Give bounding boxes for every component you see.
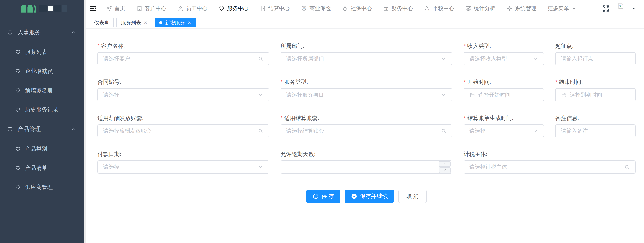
brand-m-icon	[21, 3, 36, 13]
form-field-start-time: *开始时间:选择开始时间	[464, 79, 544, 101]
sidebar-item[interactable]: 企业增减员	[0, 62, 84, 81]
service-type-select[interactable]: 请选择服务项目	[280, 88, 452, 101]
svg-text:¥: ¥	[386, 8, 387, 10]
tab-item[interactable]: 服务列表×	[116, 18, 152, 27]
settlement-account-set-select[interactable]: 请选择结算账套	[280, 124, 452, 137]
nav-item[interactable]: ¥个税中心	[424, 5, 454, 12]
cancel-button[interactable]: 取 消	[398, 190, 426, 203]
chevron-down-icon	[258, 164, 264, 170]
nav-item-label: 统计分析	[474, 5, 495, 12]
form-field-contract-no: 合同编号:请选择	[98, 79, 269, 101]
tab-label: 仪表盘	[94, 19, 109, 26]
stepper-down-button[interactable]	[439, 167, 451, 173]
tax-entity-select[interactable]: 请选择计税主体	[464, 161, 636, 174]
nav-item[interactable]: 社保中心	[342, 5, 372, 12]
threshold-input[interactable]: 请输入起征点	[555, 52, 636, 65]
bill-generate-time-select[interactable]: 请选择	[464, 124, 544, 137]
sidebar-item[interactable]: 产品清单	[0, 159, 84, 178]
tab-active-dot	[159, 21, 162, 24]
required-asterisk: *	[464, 79, 466, 85]
nav-item-label: 首页	[114, 5, 125, 12]
nav-item[interactable]: ¥财务中心	[383, 5, 413, 12]
form-field-tax-entity: 计税主体:请选择计税主体	[464, 151, 636, 174]
field-label: 起征点:	[555, 43, 636, 49]
form-field-payment-date: 付款日期:请选择	[98, 151, 269, 174]
nav-item[interactable]: 客户中心	[136, 5, 166, 12]
chevron-down-icon	[258, 92, 264, 98]
scrollbar-track[interactable]	[84, 0, 86, 243]
contract-no-select[interactable]: 请选择	[98, 88, 269, 101]
sidebar-item[interactable]: 产品类别	[0, 139, 84, 159]
tab-close-icon[interactable]: ×	[144, 20, 147, 25]
required-asterisk: *	[98, 43, 100, 49]
avatar[interactable]	[616, 1, 626, 15]
sidebar-item[interactable]: 历史服务记录	[0, 100, 84, 119]
sidebar-group-title[interactable]: 人事服务	[0, 22, 84, 42]
building-icon	[136, 5, 142, 11]
main-area: 首页客户中心员工中心服务中心¥结算中心保商业保险社保中心¥财务中心¥个税中心统计…	[86, 0, 644, 243]
form-field-income-type: *收入类型:请选择收入类型	[464, 43, 544, 65]
nav-item[interactable]: ¥结算中心	[260, 5, 290, 12]
field-label: 所属部门:	[280, 43, 452, 49]
required-asterisk: *	[464, 115, 466, 121]
fullscreen-icon[interactable]	[602, 4, 610, 12]
chevron-down-icon	[532, 56, 538, 62]
overdue-days-number-input[interactable]	[280, 161, 452, 174]
shield-icon: 保	[301, 5, 307, 11]
sidebar-item-label: 产品类别	[25, 145, 47, 153]
search-icon	[258, 128, 264, 134]
sidebar-item[interactable]: 服务列表	[0, 42, 84, 62]
nav-item[interactable]: 统计分析	[465, 5, 495, 12]
brand-square-icon	[48, 6, 53, 11]
heart-icon	[15, 49, 21, 55]
sidebar-item-label: 预增减名册	[25, 87, 53, 94]
payroll-account-set-select[interactable]: 请选择薪酬发放账套	[98, 124, 269, 137]
field-label: *结束时间:	[555, 79, 636, 85]
form-field-payroll-account-set: 适用薪酬发放账套:请选择薪酬发放账套	[98, 115, 269, 137]
nav-item-label: 服务中心	[227, 5, 248, 12]
nav-item[interactable]: 服务中心	[219, 5, 248, 12]
app-logo	[0, 0, 84, 17]
cancel-button-label: 取 消	[406, 193, 419, 200]
menu-fold-icon[interactable]	[90, 4, 97, 12]
search-icon	[441, 128, 446, 134]
tab-item[interactable]: 仪表盘	[90, 18, 114, 27]
payment-date-select[interactable]: 请选择	[98, 161, 269, 174]
save-button[interactable]: 保 存	[306, 190, 340, 203]
sidebar-group-title[interactable]: 产品管理	[0, 119, 84, 139]
form-field-overdue-days: 允许逾期天数:	[280, 151, 452, 174]
department-select[interactable]: 请选择所属部门	[280, 52, 452, 65]
navbar-right	[602, 1, 636, 15]
end-time-date-picker[interactable]: 选择到期时间	[555, 88, 636, 101]
placeholder-text: 选择开始时间	[478, 91, 510, 98]
placeholder-text: 请选择客户	[103, 55, 130, 62]
income-type-select[interactable]: 请选择收入类型	[464, 52, 544, 65]
placeholder-text: 请输入起征点	[561, 55, 593, 62]
heart-icon	[7, 126, 13, 132]
remark-input[interactable]: 请输入备注	[555, 124, 636, 137]
gear-icon	[506, 5, 512, 11]
tab-active[interactable]: 新增服务×	[155, 18, 196, 27]
nav-item[interactable]: 更多菜单	[548, 5, 576, 12]
brand-wordmark	[39, 5, 67, 12]
save-and-continue-button[interactable]: 保存并继续	[345, 190, 394, 203]
nav-item[interactable]: 首页	[106, 5, 125, 12]
stepper-up-button[interactable]	[439, 161, 451, 167]
svg-text:¥: ¥	[428, 8, 430, 11]
nav-item[interactable]: 员工中心	[178, 5, 208, 12]
broken-image-icon	[618, 3, 624, 9]
nav-item[interactable]: 保商业保险	[301, 5, 331, 12]
caret-down-icon[interactable]	[632, 6, 636, 10]
check-circle-filled-icon	[351, 193, 357, 200]
sidebar-item[interactable]: 预增减名册	[0, 81, 84, 100]
sidebar-group-label: 产品管理	[18, 125, 41, 133]
nav-item[interactable]: 系统管理	[506, 5, 536, 12]
required-asterisk: *	[280, 79, 282, 85]
sidebar-item[interactable]: 供应商管理	[0, 178, 84, 197]
tab-close-icon[interactable]: ×	[188, 20, 191, 25]
nav-item-label: 更多菜单	[548, 5, 569, 12]
user-icon	[178, 5, 184, 11]
start-time-date-picker[interactable]: 选择开始时间	[464, 88, 544, 101]
customer-name-select[interactable]: 请选择客户	[98, 52, 269, 65]
chevron-down-icon	[572, 6, 576, 11]
